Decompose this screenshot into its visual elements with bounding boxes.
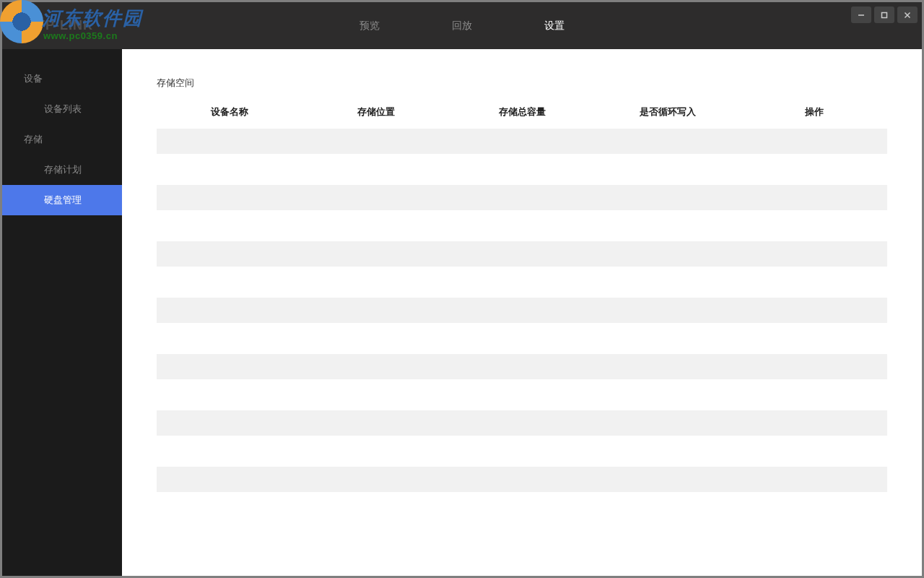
table-cell: [741, 241, 887, 267]
sidebar-item-storage-plan[interactable]: 存储计划: [2, 155, 122, 185]
watermark-url: www.pc0359.cn: [43, 30, 118, 41]
table-cell: [449, 467, 595, 492]
table-cell: [595, 354, 741, 379]
table-cell: [595, 410, 741, 436]
table-cell: [157, 185, 302, 210]
col-capacity: 存储总容量: [449, 105, 595, 118]
sidebar-item-disk-manage[interactable]: 硬盘管理: [2, 185, 122, 215]
table-cell: [302, 354, 448, 379]
table-row[interactable]: [157, 185, 887, 210]
title-bar: TP-LINK 河东软件园 www.pc0359.cn 预览 回放 设置: [2, 2, 922, 49]
table-row[interactable]: [157, 354, 887, 379]
table-cell: [302, 467, 448, 492]
section-title: 存储空间: [157, 77, 887, 90]
table-cell: [449, 241, 595, 267]
sidebar-group-storage[interactable]: 存储: [2, 124, 122, 155]
table-header: 设备名称 存储位置 存储总容量 是否循环写入 操作: [157, 105, 887, 129]
watermark-text: 河东软件园: [42, 6, 143, 31]
table-cell: [595, 467, 741, 492]
table-cell: [449, 410, 595, 436]
table-cell: [157, 354, 302, 379]
tab-playback[interactable]: 回放: [452, 20, 472, 33]
table-cell: [157, 410, 302, 436]
table-cell: [741, 185, 887, 210]
table-row[interactable]: [157, 129, 887, 154]
table-cell: [741, 298, 887, 323]
sidebar-group-device[interactable]: 设备: [2, 64, 122, 94]
sidebar-item-device-list[interactable]: 设备列表: [2, 94, 122, 124]
table-cell: [302, 410, 448, 436]
table-body: [157, 129, 887, 492]
maximize-icon: [881, 12, 888, 19]
table-row[interactable]: [157, 298, 887, 323]
watermark-circle-icon: [0, 0, 43, 43]
minimize-icon: [858, 12, 865, 19]
table-cell: [302, 185, 448, 210]
main-content: 存储空间 设备名称 存储位置 存储总容量 是否循环写入 操作: [122, 49, 922, 576]
sidebar: 设备 设备列表 存储 存储计划 硬盘管理: [2, 49, 122, 576]
col-location: 存储位置: [302, 105, 448, 118]
close-button[interactable]: [897, 7, 918, 23]
table-cell: [741, 129, 887, 154]
body: 设备 设备列表 存储 存储计划 硬盘管理 存储空间 设备名称 存储位置 存储总容…: [2, 49, 922, 576]
table-cell: [157, 467, 302, 492]
table-row[interactable]: [157, 467, 887, 492]
logo-area: TP-LINK 河东软件园 www.pc0359.cn: [2, 2, 147, 49]
table-cell: [157, 298, 302, 323]
table-cell: [741, 354, 887, 379]
table-cell: [595, 185, 741, 210]
table-cell: [449, 185, 595, 210]
tab-preview[interactable]: 预览: [359, 20, 380, 33]
table-cell: [449, 298, 595, 323]
svg-rect-1: [882, 12, 887, 17]
window-controls: [851, 7, 918, 23]
table-cell: [302, 129, 448, 154]
table-cell: [449, 129, 595, 154]
tab-settings[interactable]: 设置: [544, 20, 565, 33]
watermark-logo: 河东软件园 www.pc0359.cn: [0, 0, 144, 49]
table-cell: [741, 410, 887, 436]
table-cell: [157, 129, 302, 154]
table-cell: [302, 298, 448, 323]
table-cell: [595, 241, 741, 267]
col-loop-write: 是否循环写入: [595, 105, 741, 118]
table-cell: [595, 298, 741, 323]
table-cell: [595, 129, 741, 154]
table-row[interactable]: [157, 241, 887, 267]
minimize-button[interactable]: [851, 7, 871, 23]
col-device-name: 设备名称: [157, 105, 302, 118]
table-cell: [157, 241, 302, 267]
table-cell: [302, 241, 448, 267]
col-action: 操作: [741, 105, 887, 118]
header-tabs: 预览 回放 设置: [359, 2, 565, 49]
table-cell: [741, 467, 887, 492]
app-window: TP-LINK 河东软件园 www.pc0359.cn 预览 回放 设置: [2, 2, 922, 576]
table-row[interactable]: [157, 410, 887, 436]
table-cell: [449, 354, 595, 379]
close-icon: [904, 12, 911, 19]
maximize-button[interactable]: [874, 7, 894, 23]
